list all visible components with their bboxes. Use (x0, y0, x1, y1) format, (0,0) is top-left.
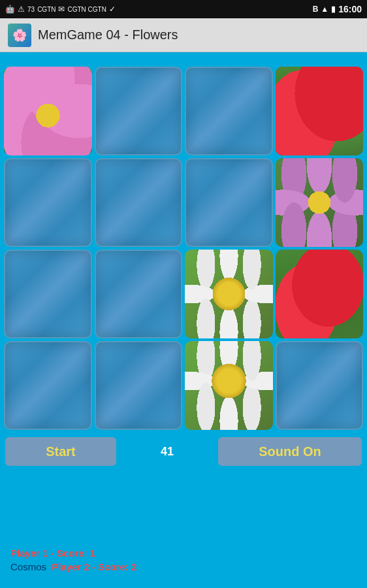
move-counter: 41 (116, 445, 218, 459)
card-15[interactable] (276, 341, 364, 430)
card-8[interactable] (4, 250, 92, 338)
card-13[interactable] (95, 341, 183, 430)
bottom-bar: Start 41 Sound On (0, 433, 367, 470)
card-5[interactable] (95, 158, 183, 247)
status-left-icons: 🤖 ⚠ 73 CGTN ✉ CGTN CGTN ✓ (5, 5, 116, 14)
card-3[interactable] (276, 67, 364, 155)
player2-label: Player 2 (52, 561, 89, 572)
card-14[interactable] (185, 341, 273, 430)
card-1[interactable] (95, 67, 183, 155)
top-spacer (0, 52, 367, 64)
mail-icon: ✉ (58, 5, 65, 14)
card-7[interactable] (276, 158, 364, 247)
player2-row: Cosmos Player 2 - Score: 2 (10, 561, 367, 572)
card-2[interactable] (185, 67, 273, 155)
status-bar: 🤖 ⚠ 73 CGTN ✉ CGTN CGTN ✓ B ▲ ▮ 16:00 (0, 0, 367, 18)
check-icon: ✓ (109, 5, 116, 14)
alert-icon: ⚠ (18, 5, 25, 14)
card-4[interactable] (4, 158, 92, 247)
cgtn-label2: CGTN CGTN (67, 6, 106, 13)
card-12[interactable] (4, 341, 92, 430)
card-6[interactable] (185, 158, 273, 247)
player1-label: Player 1 (10, 547, 48, 559)
player2-score-sep: - (92, 561, 98, 572)
card-11[interactable] (276, 250, 364, 338)
app-title: MemGame 04 - Flowers (38, 27, 178, 42)
signal-icon: 73 (27, 6, 35, 13)
card-grid (3, 67, 364, 430)
player2-score-value: Score: 2 (98, 561, 136, 572)
title-bar: 🌸 MemGame 04 - Flowers (0, 18, 367, 52)
cgtn-label1: CGTN (37, 6, 56, 13)
status-right-icons: B ▲ ▮ 16:00 (313, 4, 362, 14)
card-9[interactable] (95, 250, 183, 338)
android-icon: 🤖 (5, 5, 15, 14)
card-10[interactable] (185, 250, 273, 338)
player1-score-sep: - (51, 547, 57, 559)
card-0[interactable] (4, 67, 92, 155)
game-area (0, 64, 367, 433)
wifi-icon: ▲ (321, 5, 328, 14)
sound-button[interactable]: Sound On (218, 437, 362, 466)
player1-score-value: Score: 1 (57, 547, 95, 559)
app-icon: 🌸 (8, 24, 31, 47)
start-button[interactable]: Start (5, 437, 116, 466)
cosmos-label: Cosmos (10, 561, 46, 572)
lower-area: Player 1 - Score: 1 Cosmos Player 2 - Sc… (0, 470, 367, 588)
bluetooth-icon: B (313, 5, 319, 14)
time-display: 16:00 (338, 4, 362, 14)
battery-icon: ▮ (331, 5, 336, 14)
player1-row: Player 1 - Score: 1 (10, 547, 367, 559)
